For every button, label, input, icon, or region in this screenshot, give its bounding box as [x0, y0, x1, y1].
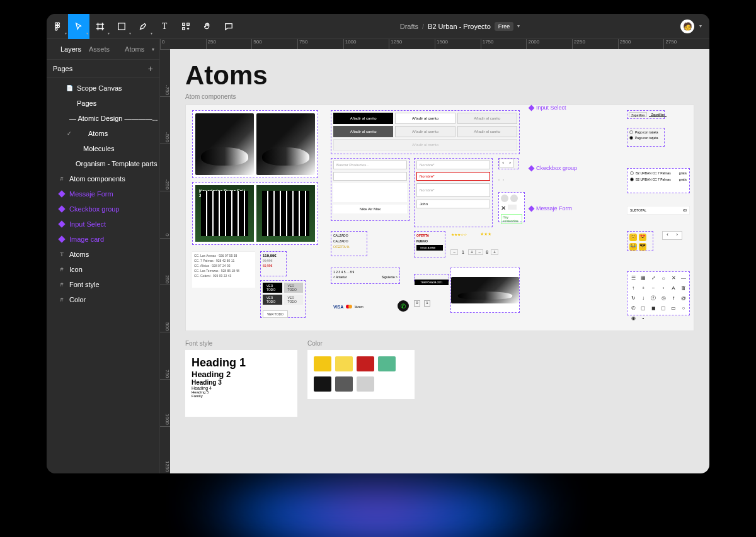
layer-row[interactable]: TAtoms — [47, 247, 159, 262]
view-all-button[interactable]: VER TODO — [284, 295, 304, 305]
view-all-button[interactable]: VER TODO — [263, 295, 282, 305]
nav-arrows[interactable]: ‹› — [662, 231, 682, 240]
layer-row[interactable]: Ckeckbox group — [47, 201, 159, 217]
layer-row[interactable]: #Icon — [47, 262, 159, 277]
layer-row[interactable]: #Color — [47, 292, 159, 307]
chevron-down-icon[interactable]: ▾ — [699, 23, 702, 29]
color-swatch[interactable] — [357, 356, 374, 371]
whatsapp-icon[interactable]: ✆ — [398, 300, 409, 312]
radio-icon[interactable] — [629, 130, 633, 134]
color-swatch[interactable] — [314, 356, 331, 371]
tag[interactable]: Zapatillas — [649, 112, 666, 117]
name-input[interactable]: Nombre* — [416, 161, 490, 169]
add-cart-button-dark[interactable]: Añadir al carrito — [333, 113, 393, 124]
plus-button[interactable]: + — [468, 249, 476, 255]
resources-button[interactable] — [175, 14, 197, 39]
close-icon[interactable]: ✕ — [501, 205, 506, 212]
image-card[interactable]: Novedades Puma Fall 2021 — [192, 182, 318, 245]
nav-arrows[interactable]: ‹ › — [498, 172, 518, 179]
add-cart-button-light[interactable]: Añadir al carrito — [395, 113, 455, 124]
page-selector[interactable]: Atoms — [125, 45, 144, 53]
name-input-error[interactable]: Nombre* — [416, 172, 490, 181]
color-swatch[interactable] — [335, 376, 353, 392]
category-link[interactable]: OFERTA % — [333, 245, 365, 249]
minus-button[interactable]: − — [450, 249, 458, 255]
radio-icon[interactable] — [630, 171, 634, 175]
product-link[interactable]: Nike Air Max — [333, 205, 407, 213]
view-all-button[interactable]: VER TODO — [263, 310, 288, 318]
next-link[interactable]: Siguiente > — [382, 275, 398, 279]
canvas[interactable]: 0250500750100012501500175020002250250027… — [160, 39, 709, 473]
shipping-options[interactable]: B2 URBAN CC 7 Palmasgratis B2 URBAN CC 7… — [627, 168, 690, 193]
add-cart-button[interactable]: Añadir al carrito — [457, 126, 517, 137]
shipping-option[interactable]: B2 URBAN CC 7 Palmas — [636, 171, 671, 175]
tab-assets[interactable]: Assets — [89, 45, 110, 53]
tag[interactable]: Zapatillas — [629, 112, 647, 117]
layer-row[interactable]: Pages — [47, 96, 159, 111]
comment-tool-button[interactable] — [218, 14, 239, 39]
shipping-option[interactable]: B2 URBAN CC 7 Palmas — [636, 178, 671, 181]
layer-row[interactable]: Messaje Form — [47, 186, 159, 201]
move-tool-button[interactable]: ▾ — [68, 14, 89, 39]
radio-checked-icon[interactable] — [629, 136, 633, 140]
icon-buttons[interactable]: ✕ Hay existencias — [498, 192, 525, 222]
layer-row[interactable]: #Font style — [47, 277, 159, 292]
layer-row[interactable]: 📄Scope Canvas — [47, 81, 159, 96]
frame-tool-button[interactable]: ▾ — [89, 14, 111, 39]
font-style-frame[interactable]: Heading 1 Heading 2 Heading 3 Heading 4 … — [185, 350, 297, 417]
view-all-button[interactable]: VER TODO — [284, 283, 304, 293]
breadcrumb-drafts[interactable]: Drafts — [400, 23, 418, 30]
search-input-variants[interactable]: Buscar Productos... Nike Air Max — [331, 158, 410, 221]
color-swatch[interactable] — [314, 376, 331, 392]
layer-row[interactable]: — Atomic Design ————... — [47, 111, 159, 126]
pagination[interactable]: 1 2 3 4 5 ... 8 9 < AnteriorSiguiente > — [331, 268, 400, 284]
button-variants[interactable]: Añadir al carritoAñadir al carritoAñadir… — [331, 110, 520, 154]
color-swatch[interactable] — [357, 376, 374, 392]
add-page-button[interactable]: + — [148, 64, 153, 74]
circle-button[interactable] — [510, 195, 518, 202]
pen-tool-button[interactable]: ▾ — [132, 14, 154, 39]
category-link[interactable]: CALZADO — [333, 239, 365, 243]
quantity-stepper[interactable]: −1+−8+ — [450, 247, 483, 256]
chevron-down-icon[interactable]: ▾ — [517, 23, 520, 29]
prev-link[interactable]: < Anterior — [333, 275, 347, 279]
atom-components-frame[interactable]: Novedades Puma Fall 2021 Añadir al carri… — [185, 105, 694, 331]
add-cart-button[interactable]: Añadir al carrito — [395, 126, 455, 137]
cta-button-variants[interactable]: VER TODOVER TODO VER TODOVER TODO VER TO… — [260, 280, 306, 318]
layer-row[interactable]: Organism - Template parts — [47, 156, 159, 171]
layer-row[interactable]: Input Select — [47, 217, 159, 232]
arrow-right-icon[interactable]: › — [507, 159, 513, 167]
color-swatch[interactable] — [335, 356, 353, 371]
image-card[interactable] — [450, 268, 520, 313]
name-input[interactable]: Nombre* — [416, 183, 490, 197]
add-cart-button-grey[interactable]: Añadir al carrito — [333, 126, 393, 137]
menu-button[interactable]: ▾ — [47, 14, 68, 39]
layer-row[interactable]: #Atom components — [47, 171, 159, 186]
color-frame[interactable] — [307, 350, 415, 399]
search-input[interactable] — [333, 172, 407, 181]
layer-row[interactable]: ✓Atoms — [47, 126, 159, 141]
avatar[interactable]: 🧑 — [680, 20, 694, 33]
nav-arrows[interactable]: ‹› — [498, 158, 518, 169]
add-cart-button-muted[interactable]: Añadir al carrito — [457, 113, 517, 124]
category-link[interactable]: CALZADO — [333, 234, 365, 237]
search-input[interactable]: Buscar Productos... — [333, 161, 407, 169]
text-tool-button[interactable]: T — [154, 14, 175, 39]
arrow-left-icon[interactable]: ‹ — [500, 159, 507, 167]
text-input-variants[interactable]: Nombre* Nombre* Nombre* John — [414, 158, 493, 227]
view-all-button[interactable]: VER TODO — [263, 283, 282, 293]
layer-row[interactable]: Image card — [47, 232, 159, 247]
circle-button[interactable] — [501, 195, 508, 202]
name-input-filled[interactable]: John — [416, 200, 490, 208]
layer-row[interactable]: Molecules — [47, 141, 159, 156]
tab-layers[interactable]: Layers — [60, 45, 81, 53]
shape-tool-button[interactable]: ▾ — [111, 14, 132, 39]
breadcrumb-project[interactable]: B2 Urban - Proyecto — [428, 23, 491, 30]
payment-radio[interactable]: Pago con tarjeta Pago con tarjeta — [627, 128, 665, 147]
page-numbers[interactable]: 1 2 3 4 5 ... 8 9 — [333, 270, 398, 274]
chip[interactable] — [508, 205, 517, 210]
image-card[interactable] — [192, 110, 318, 178]
hand-tool-button[interactable] — [197, 14, 218, 39]
color-swatch[interactable] — [378, 356, 396, 371]
radio-checked-icon[interactable] — [630, 178, 634, 181]
